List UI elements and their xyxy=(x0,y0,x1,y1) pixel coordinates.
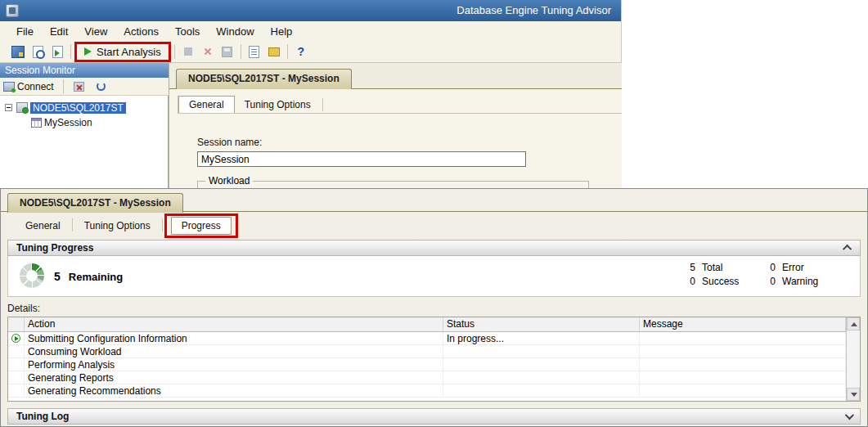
menu-actions[interactable]: Actions xyxy=(115,24,167,39)
scroll-down-button[interactable] xyxy=(847,388,860,401)
progress-details-table: Action Status Message Submitting Configu… xyxy=(7,317,861,402)
session-name-label: Session name: xyxy=(197,137,262,148)
stat-success-value: 0 xyxy=(681,276,695,287)
cell-message xyxy=(640,384,846,397)
tab-tuning-options[interactable]: Tuning Options xyxy=(74,218,160,234)
header-icon-column xyxy=(8,317,25,331)
progress-summary-panel: 5 Remaining 5 Total 0 Error 0 Success 0 … xyxy=(7,256,861,297)
header-status[interactable]: Status xyxy=(443,317,640,331)
workload-label: Workload xyxy=(205,175,253,187)
expand-chevron-down-icon[interactable] xyxy=(845,411,854,420)
cell-status xyxy=(443,371,640,384)
menu-view[interactable]: View xyxy=(76,24,115,39)
top-tab-strip: General Tuning Options xyxy=(178,96,622,114)
table-row[interactable]: Generating Reports xyxy=(8,371,846,384)
tuning-progress-header[interactable]: Tuning Progress xyxy=(7,240,861,256)
collapse-chevron-up-icon[interactable] xyxy=(843,245,852,254)
export-button[interactable] xyxy=(264,43,284,61)
toolbar-separator xyxy=(174,44,175,59)
bottom-tab-strip: General Tuning Options Progress xyxy=(1,213,867,239)
workload-search-icon xyxy=(33,46,43,58)
new-session-button[interactable] xyxy=(8,43,28,61)
menu-edit[interactable]: Edit xyxy=(42,24,76,39)
top-document-area: NODE5\SQL2017ST - MySession General Tuni… xyxy=(169,63,622,188)
menubar: File Edit View Actions Tools Window Help xyxy=(0,21,621,41)
stat-total-label: Total xyxy=(695,262,761,273)
menu-window[interactable]: Window xyxy=(208,24,262,39)
scroll-up-button[interactable] xyxy=(847,317,860,330)
progress-view-window: NODE5\SQL2017ST - MySession General Tuni… xyxy=(0,188,868,427)
tab-general[interactable]: General xyxy=(16,218,70,234)
progress-stats: 5 Total 0 Error 0 Success 0 Warning xyxy=(681,262,849,287)
help-icon: ? xyxy=(297,45,304,58)
cell-action: Consuming Workload xyxy=(25,345,443,357)
report-button[interactable] xyxy=(245,43,264,61)
cell-status xyxy=(443,345,640,357)
menu-help[interactable]: Help xyxy=(263,24,301,39)
server-node-label[interactable]: NODE5\SQL2017ST xyxy=(30,102,126,114)
main-toolbar: Start Analysis ? xyxy=(0,41,621,63)
table-body: Action Status Message Submitting Configu… xyxy=(8,317,846,401)
cell-status xyxy=(443,384,640,397)
document-tab[interactable]: NODE5\SQL2017ST - MySession xyxy=(176,69,352,89)
tuning-log-header[interactable]: Tuning Log xyxy=(7,408,861,425)
window-title: Database Engine Tuning Advisor xyxy=(456,0,611,21)
start-analysis-label: Start Analysis xyxy=(97,46,161,58)
table-row[interactable]: Submitting Configuration Information In … xyxy=(8,332,846,345)
table-row[interactable]: Performing Analysis xyxy=(8,358,846,371)
document-tab[interactable]: NODE5\SQL2017ST - MySession xyxy=(7,193,183,213)
progress-tab-highlight: Progress xyxy=(164,214,238,238)
in-progress-icon xyxy=(11,334,20,343)
refresh-button[interactable] xyxy=(92,78,111,96)
tab-general[interactable]: General xyxy=(178,96,235,113)
details-label: Details: xyxy=(7,303,861,315)
toolbar-separator xyxy=(70,44,71,59)
menu-file[interactable]: File xyxy=(8,24,42,39)
menu-tools[interactable]: Tools xyxy=(167,24,208,39)
session-icon xyxy=(31,118,42,128)
session-node-label[interactable]: MySession xyxy=(42,117,95,128)
save-button[interactable] xyxy=(218,43,237,61)
help-button[interactable]: ? xyxy=(291,43,311,61)
workload-groupbox xyxy=(197,181,589,188)
tuning-log-title: Tuning Log xyxy=(16,411,69,422)
delete-session-button[interactable] xyxy=(70,78,89,96)
tab-tuning-options[interactable]: Tuning Options xyxy=(235,97,321,113)
scrollbar-track[interactable] xyxy=(847,330,860,388)
table-row[interactable]: Consuming Workload xyxy=(8,345,846,358)
table-header-row: Action Status Message xyxy=(8,317,846,332)
session-name-input[interactable] xyxy=(197,151,526,167)
vertical-scrollbar[interactable] xyxy=(846,317,860,401)
header-message[interactable]: Message xyxy=(640,317,846,331)
session-monitor-toolbar: Connect xyxy=(0,78,169,96)
tree-item-server[interactable]: NODE5\SQL2017ST xyxy=(5,101,126,115)
server-icon xyxy=(16,102,28,113)
stop-icon xyxy=(184,47,192,56)
cancel-icon xyxy=(203,47,213,56)
remaining-group: 5 Remaining xyxy=(54,256,123,297)
stop-analysis-button[interactable] xyxy=(178,43,198,61)
delete-session-icon xyxy=(74,82,84,92)
table-row[interactable]: Generating Recommendations xyxy=(8,384,846,398)
toolbar-separator xyxy=(287,44,288,59)
session-tree: NODE5\SQL2017ST MySession xyxy=(0,96,169,188)
bottom-document-tab-row: NODE5\SQL2017ST - MySession xyxy=(1,189,867,212)
open-workload-button[interactable] xyxy=(28,43,47,61)
tab-progress[interactable]: Progress xyxy=(171,217,232,235)
stat-error-value: 0 xyxy=(761,262,776,273)
stat-error-label: Error xyxy=(776,262,849,273)
connect-button[interactable]: Connect xyxy=(17,81,57,92)
stat-total-value: 5 xyxy=(681,262,695,273)
progress-spinner-icon xyxy=(20,263,44,288)
header-action[interactable]: Action xyxy=(25,317,443,331)
close-session-button[interactable] xyxy=(198,43,218,61)
tuning-advisor-icon xyxy=(11,46,25,58)
cell-action: Submitting Configuration Information xyxy=(25,332,443,344)
app-icon xyxy=(6,4,19,17)
tab-separator xyxy=(162,218,163,231)
tree-item-session[interactable]: MySession xyxy=(31,115,95,129)
start-analysis-button[interactable]: Start Analysis xyxy=(81,45,164,59)
import-session-button[interactable] xyxy=(47,43,67,61)
cell-message xyxy=(640,371,846,384)
collapse-expander-icon[interactable] xyxy=(5,104,12,111)
